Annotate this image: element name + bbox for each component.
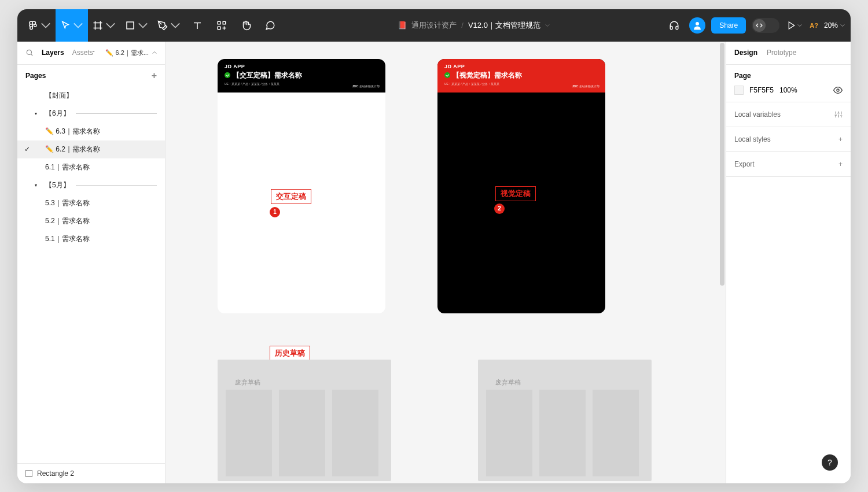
present-button[interactable] — [785, 16, 804, 35]
export-section[interactable]: Export + — [726, 152, 851, 177]
chevron-up-icon — [152, 50, 157, 55]
pen-tool-button[interactable] — [153, 9, 185, 42]
artboard-title: 【交互定稿】需求名称 — [233, 71, 302, 80]
svg-marker-5 — [789, 22, 795, 29]
dev-mode-knob — [753, 19, 766, 32]
cursor-icon — [60, 20, 71, 31]
page-item-group[interactable]: ▾【6月】 — [17, 105, 165, 123]
app-name: JD APP — [225, 64, 378, 69]
audio-button[interactable] — [665, 16, 683, 35]
main-menu-button[interactable] — [23, 9, 56, 42]
play-icon — [787, 21, 796, 30]
callout-label: 历史草稿 — [270, 346, 310, 361]
share-button[interactable]: Share — [711, 17, 746, 34]
page-section-title: Page — [734, 72, 843, 80]
user-icon — [692, 20, 703, 31]
move-tool-button[interactable] — [56, 9, 88, 42]
project-name[interactable]: 通用设计资产 — [411, 20, 457, 31]
chevron-down-icon — [41, 20, 51, 31]
panel-breadcrumb[interactable]: ✏️ 6.2｜需求... — [105, 49, 157, 57]
color-hex[interactable]: F5F5F5 — [749, 86, 774, 94]
text-icon — [192, 20, 203, 31]
page-item[interactable]: 【封面】 — [17, 87, 165, 105]
artboard-history[interactable]: 历史草稿 3 废弃草稿 — [218, 360, 391, 481]
page-item[interactable]: 5.3｜需求名称 — [17, 194, 165, 212]
caret-down-icon: ▾ — [35, 111, 37, 116]
status-check-icon — [225, 72, 230, 78]
right-panel: Design Prototype Page F5F5F5 100% Local … — [726, 42, 851, 483]
add-page-button[interactable]: + — [152, 71, 157, 81]
selected-layer-name: Rectangle 2 — [37, 469, 74, 478]
text-tool-button[interactable] — [185, 9, 209, 42]
color-opacity[interactable]: 100% — [779, 86, 797, 94]
toolbar-left — [23, 9, 282, 42]
svg-point-7 — [837, 89, 839, 91]
svg-rect-0 — [127, 22, 134, 29]
page-item-group[interactable]: ▾【5月】 — [17, 176, 165, 194]
toolbar-right: Share A? 20% — [665, 16, 845, 35]
dev-mode-toggle[interactable] — [752, 18, 779, 33]
page-item[interactable]: ✏️ 6.3｜需求名称 — [17, 123, 165, 140]
comment-tool-button[interactable] — [258, 9, 282, 42]
code-icon — [756, 22, 763, 29]
callout-label: 视觉定稿 — [495, 186, 536, 201]
artboard-history-2[interactable]: 废弃草稿 — [478, 360, 652, 481]
page-item[interactable]: 5.1｜需求名称 — [17, 230, 165, 248]
local-variables-section[interactable]: Local variables — [726, 102, 851, 127]
chevron-down-icon — [797, 23, 802, 28]
left-panel-footer[interactable]: Rectangle 2 — [17, 463, 165, 483]
artboard-logo: JDC全站体验设计部 — [352, 84, 380, 88]
plus-icon: + — [838, 160, 843, 168]
annotation-badge: 2 — [494, 204, 505, 214]
toolbar-center: 📕 通用设计资产 / V12.0｜文档管理规范 — [398, 20, 550, 31]
svg-rect-1 — [218, 21, 220, 24]
svg-rect-2 — [223, 21, 226, 24]
search-icon[interactable] — [25, 49, 34, 57]
pages-list: 【封面】 ▾【6月】 ✏️ 6.3｜需求名称 ✓✏️ 6.2｜需求名称 6.1｜… — [17, 87, 165, 248]
hand-tool-button[interactable] — [234, 9, 258, 42]
tab-layers[interactable]: Layers — [42, 49, 64, 57]
file-name[interactable]: V12.0｜文档管理规范 — [468, 20, 540, 31]
check-icon: ✓ — [24, 145, 30, 153]
resources-button[interactable] — [209, 9, 234, 42]
pen-icon — [157, 20, 168, 31]
annotation-badge: 1 — [270, 207, 280, 217]
draft-title: 废弃草稿 — [235, 378, 260, 387]
avatar[interactable] — [689, 17, 705, 34]
comment-icon — [265, 20, 275, 31]
tab-design[interactable]: Design — [734, 49, 757, 57]
project-icon: 📕 — [398, 21, 407, 29]
pages-header: Pages + — [17, 65, 165, 87]
page-item[interactable]: 5.2｜需求名称 — [17, 212, 165, 230]
page-item-selected[interactable]: ✓✏️ 6.2｜需求名称 — [17, 140, 165, 158]
missing-fonts-badge[interactable]: A? — [810, 22, 818, 29]
rectangle-icon — [125, 20, 135, 31]
page-item[interactable]: 6.1｜需求名称 — [17, 158, 165, 176]
chevron-down-icon — [105, 20, 116, 31]
figma-icon — [28, 20, 38, 31]
chevron-down-icon — [138, 20, 148, 31]
headphones-icon — [669, 20, 679, 31]
pages-title: Pages — [25, 72, 46, 80]
page-section: Page F5F5F5 100% — [726, 65, 851, 102]
plus-icon: + — [838, 135, 843, 143]
tab-prototype[interactable]: Prototype — [767, 49, 796, 57]
frame-tool-button[interactable] — [88, 9, 120, 42]
svg-point-6 — [27, 50, 31, 54]
shape-tool-button[interactable] — [120, 9, 153, 42]
chevron-down-icon — [170, 20, 181, 31]
canvas[interactable]: JD APP 【交互定稿】需求名称 UE：某某某 / 产品：某某某 / 业务：某… — [165, 42, 726, 483]
tab-assets[interactable]: Assets• — [72, 49, 95, 57]
artboard-visual[interactable]: JD APP 【视觉定稿】需求名称 UE：某某某 / 产品：某某某 / 业务：某… — [437, 59, 605, 313]
svg-point-4 — [696, 22, 699, 25]
color-swatch[interactable] — [734, 86, 744, 95]
breadcrumb-separator: / — [461, 21, 464, 29]
rectangle-layer-icon — [25, 470, 32, 477]
chevron-down-icon[interactable] — [545, 23, 550, 28]
zoom-control[interactable]: 20% — [824, 21, 845, 29]
artboard-interaction[interactable]: JD APP 【交互定稿】需求名称 UE：某某某 / 产品：某某某 / 业务：某… — [218, 59, 385, 313]
local-styles-section[interactable]: Local styles + — [726, 127, 851, 152]
resources-icon — [216, 20, 227, 31]
eye-icon[interactable] — [833, 86, 843, 95]
help-button[interactable]: ? — [822, 454, 838, 471]
